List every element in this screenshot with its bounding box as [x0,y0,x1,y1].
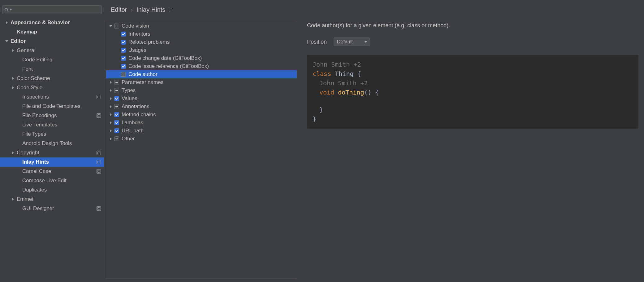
sidebar-item-color-scheme[interactable]: Color Scheme [0,74,104,83]
author-hint-inner: John Smith +2 [313,78,633,88]
checkbox[interactable] [114,96,119,101]
category-label: Inheritors [128,31,150,37]
sidebar-item-label: Inspections [22,94,49,100]
sidebar-item-editor[interactable]: Editor [0,37,104,46]
category-code-vision[interactable]: Code vision [106,22,297,30]
category-annotations[interactable]: Annotations [106,103,297,111]
svg-line-1 [7,11,9,12]
sidebar-item-label: Editor [11,38,26,44]
tree-arrow-icon [16,169,21,174]
project-scope-icon [97,169,101,174]
sidebar-item-gui-designer[interactable]: GUI Designer [0,204,104,213]
sidebar-item-compose-live-edit[interactable]: Compose Live Edit [0,176,104,185]
sidebar-item-file-types[interactable]: File Types [0,130,104,139]
tree-arrow-icon [16,57,21,62]
category-label: Code author [128,71,158,77]
sidebar-item-inlay-hints[interactable]: Inlay Hints [0,157,104,167]
sidebar-item-code-style[interactable]: Code Style [0,83,104,92]
sidebar-item-label: File Encodings [22,112,57,119]
sidebar-item-label: Code Style [17,85,42,91]
tree-arrow-icon [109,129,113,132]
category-label: Other [122,136,135,142]
search-icon [4,8,9,12]
sidebar-item-label: Emmet [17,196,33,202]
inlay-categories-tree[interactable]: Code visionInheritorsRelated problemsUsa… [106,20,297,279]
sidebar-item-label: Appearance & Behavior [11,20,70,26]
checkbox[interactable] [114,128,119,133]
sidebar-item-copyright[interactable]: Copyright [0,148,104,157]
tree-arrow-icon [16,178,21,183]
category-values[interactable]: Values [106,95,297,103]
sidebar-item-emmet[interactable]: Emmet [0,195,104,204]
sidebar-item-camel-case[interactable]: Camel Case [0,167,104,176]
category-url-path[interactable]: URL path [106,127,297,135]
breadcrumb-current: Inlay Hints [136,6,165,13]
sidebar-item-android-design-tools[interactable]: Android Design Tools [0,139,104,148]
category-label: Lambdas [122,120,143,126]
tree-arrow-icon [109,97,113,100]
checkbox[interactable] [121,72,126,77]
checkbox[interactable] [121,48,126,53]
category-code-author[interactable]: Code author [106,70,297,78]
category-lambdas[interactable]: Lambdas [106,119,297,127]
sidebar-item-label: File and Code Templates [22,103,80,109]
sidebar-item-general[interactable]: General [0,46,104,55]
category-code-issue-reference-gittoolbox-[interactable]: Code issue reference (GitToolBox) [106,62,297,70]
checkbox[interactable] [114,104,119,109]
sidebar-item-label: File Types [22,131,46,137]
category-code-change-date-gittoolbox-[interactable]: Code change date (GitToolBox) [106,54,297,62]
checkbox[interactable] [114,112,119,117]
checkbox[interactable] [121,64,126,69]
category-usages[interactable]: Usages [106,46,297,54]
category-inheritors[interactable]: Inheritors [106,30,297,38]
sidebar-item-appearance-behavior[interactable]: Appearance & Behavior [0,18,104,27]
project-scope-icon [97,151,101,155]
checkbox[interactable] [121,56,126,61]
sidebar-item-label: Keymap [17,29,37,35]
category-parameter-names[interactable]: Parameter names [106,78,297,86]
sidebar-item-label: Color Scheme [17,75,50,82]
sidebar-item-live-templates[interactable]: Live Templates [0,120,104,130]
search-input[interactable] [13,7,100,13]
checkbox[interactable] [114,120,119,125]
category-label: Usages [128,47,146,53]
sidebar-item-keymap[interactable]: Keymap [0,27,104,37]
tree-arrow-icon [16,132,21,137]
category-related-problems[interactable]: Related problems [106,38,297,46]
tree-arrow-icon [16,113,21,118]
checkbox[interactable] [114,136,119,141]
checkbox[interactable] [121,32,126,37]
sidebar-item-label: Font [22,66,33,72]
checkbox[interactable] [114,88,119,93]
category-other[interactable]: Other [106,135,297,143]
sidebar-item-inspections[interactable]: Inspections [0,92,104,102]
settings-search[interactable] [2,5,102,14]
category-types[interactable]: Types [106,86,297,95]
tree-arrow-icon [16,206,21,211]
sidebar-item-file-and-code-templates[interactable]: File and Code Templates [0,102,104,111]
sidebar-item-font[interactable]: Font [0,64,104,74]
sidebar-item-label: General [17,47,35,54]
sidebar-item-label: Compose Live Edit [22,178,67,184]
category-method-chains[interactable]: Method chains [106,111,297,119]
sidebar-item-file-encodings[interactable]: File Encodings [0,111,104,120]
project-scope-icon [97,95,101,99]
sidebar-item-duplicates[interactable]: Duplicates [0,185,104,195]
sidebar-item-code-editing[interactable]: Code Editing [0,55,104,64]
tree-arrow-icon [109,81,113,84]
settings-sidebar[interactable]: Appearance & BehaviorKeymapEditorGeneral… [0,17,104,282]
sidebar-item-label: Camel Case [22,168,51,174]
checkbox[interactable] [121,40,126,45]
tree-arrow-icon [11,29,15,34]
checkbox[interactable] [114,80,119,85]
sidebar-item-label: Inlay Hints [22,159,49,165]
sidebar-item-label: Duplicates [22,187,47,193]
tree-arrow-icon [16,95,21,99]
search-dropdown-icon[interactable] [10,9,12,11]
tree-arrow-icon [109,113,113,116]
checkbox[interactable] [114,24,119,29]
sidebar-item-label: Android Design Tools [22,140,72,147]
category-label: Related problems [128,39,170,45]
position-select[interactable]: Default [334,37,370,46]
breadcrumb-root[interactable]: Editor [111,6,127,13]
